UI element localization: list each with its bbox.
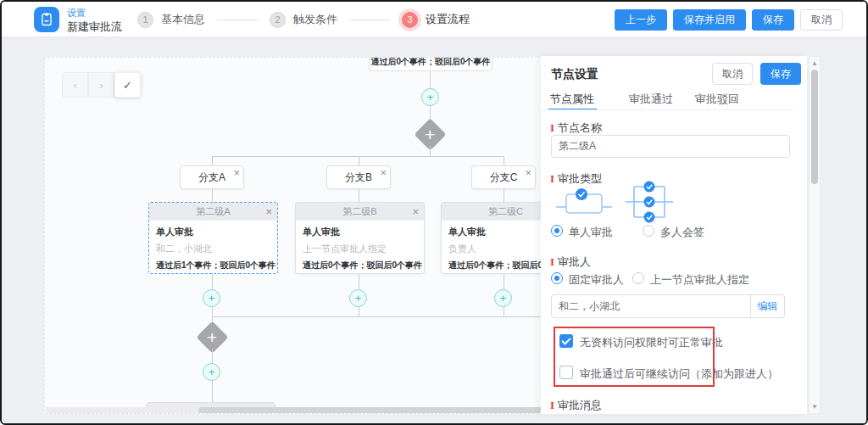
- step-number: 3: [402, 12, 418, 28]
- required-marker: I: [550, 399, 554, 411]
- node-name-label: I节点名称: [550, 120, 602, 136]
- flow-connector: [359, 157, 359, 165]
- flow-node-level2a[interactable]: 第二级A × 单人审批 和二，小湖北 通过后1个事件；驳回后0个事件: [148, 202, 278, 274]
- step-basic-info[interactable]: 1 基本信息: [137, 12, 205, 28]
- canvas-toolbar: ‹ › ✓: [62, 72, 141, 98]
- panel-tabs: 节点属性 审批通过 审批驳回: [541, 92, 793, 110]
- radio-label-previous-node-approver[interactable]: 上一节点审批人指定: [650, 272, 749, 288]
- flow-connector: [359, 189, 359, 202]
- step-connector: [349, 20, 390, 20]
- edit-approver-button[interactable]: 编辑: [751, 294, 785, 318]
- save-and-enable-button[interactable]: 保存并启用: [673, 9, 746, 31]
- radio-single-approval[interactable]: [551, 225, 563, 237]
- header: 设置 新建审批流 1 基本信息 2 触发条件 3 设置流程 上一步 保存并启用 …: [2, 2, 866, 37]
- node-approval-type: 单人审批: [303, 226, 417, 238]
- add-node-icon[interactable]: +: [203, 363, 220, 381]
- scroll-down-icon[interactable]: ▼: [810, 403, 820, 411]
- radio-label-single-approval[interactable]: 单人审批: [569, 225, 613, 240]
- add-node-icon[interactable]: +: [203, 289, 220, 307]
- branch-label: 分支B: [345, 171, 372, 185]
- add-node-icon[interactable]: +: [349, 289, 367, 307]
- close-icon[interactable]: ×: [525, 167, 531, 178]
- step-trigger-condition[interactable]: 2 触发条件: [270, 12, 337, 28]
- step-connector: [217, 20, 258, 20]
- close-icon[interactable]: ×: [380, 167, 387, 178]
- flow-connector: [212, 349, 213, 363]
- close-icon[interactable]: ×: [233, 167, 240, 178]
- save-button[interactable]: 保存: [752, 9, 794, 31]
- required-marker: I: [550, 121, 554, 134]
- flow-node-level1[interactable]: 通过后0个事件；驳回后0个事件: [369, 57, 492, 71]
- header-actions: 上一步 保存并启用 保存 取消: [615, 9, 843, 31]
- scroll-up-icon[interactable]: ▲: [810, 59, 820, 67]
- cancel-button[interactable]: 取消: [800, 9, 843, 31]
- node-header: 第二级A ×: [149, 203, 277, 221]
- flow-connector: [504, 189, 504, 202]
- validate-check-icon[interactable]: ✓: [114, 72, 141, 98]
- node-events: 通过后0个事件；驳回后0个事件: [303, 260, 417, 271]
- node-approver: 和二，小湖北: [156, 243, 270, 255]
- approver-input[interactable]: [551, 294, 751, 318]
- branch-node-a[interactable]: 分支A ×: [180, 165, 244, 189]
- tab-approval-reject[interactable]: 审批驳回: [695, 92, 739, 107]
- approver-label: I审批人: [550, 254, 591, 270]
- branch-split-line: [212, 156, 504, 157]
- checkbox-label-no-access-can-approve[interactable]: 无资料访问权限时可正常审批: [580, 335, 723, 350]
- checkbox-no-access-can-approve[interactable]: [559, 334, 573, 348]
- radio-label-fixed-approver[interactable]: 固定审批人: [569, 272, 624, 288]
- prev-step-button[interactable]: 上一步: [615, 9, 667, 31]
- panel-save-button[interactable]: 保存: [760, 63, 801, 85]
- radio-previous-node-approver[interactable]: [632, 272, 644, 284]
- branch-node-c[interactable]: 分支C ×: [471, 165, 536, 189]
- branch-node-b[interactable]: 分支B ×: [326, 165, 391, 189]
- radio-label-countersign[interactable]: 多人会签: [660, 225, 704, 240]
- checkbox-continue-access-after-approval[interactable]: [559, 366, 573, 379]
- checkbox-label-continue-access-after-approval[interactable]: 审批通过后可继续访问（添加为跟进人）: [580, 366, 778, 382]
- add-node-icon[interactable]: +: [494, 289, 512, 307]
- app-label: 设置: [67, 7, 86, 20]
- flow-node-level2b[interactable]: 第二级B × 单人审批 上一节点审批人指定 通过后0个事件；驳回后0个事件: [295, 202, 425, 274]
- flow-connector: [212, 307, 213, 316]
- panel-cancel-button[interactable]: 取消: [712, 63, 753, 85]
- tab-approval-pass[interactable]: 审批通过: [629, 92, 673, 107]
- node-events: 通过后0个事件；驳回后0个事件: [370, 57, 490, 68]
- radio-fixed-approver[interactable]: [551, 272, 563, 284]
- node-name-input[interactable]: [551, 135, 790, 158]
- flow-connector: [430, 146, 431, 156]
- tab-node-properties[interactable]: 节点属性: [550, 92, 594, 107]
- node-title: 第二级B: [342, 205, 376, 218]
- node-title: 第二级C: [488, 205, 523, 218]
- node-body: 单人审批 上一节点审批人指定 通过后0个事件；驳回后0个事件: [296, 221, 424, 271]
- single-approval-icon[interactable]: [554, 183, 614, 221]
- flow-connector: [504, 157, 504, 165]
- node-title: 第二级A: [196, 205, 230, 218]
- countersign-icon[interactable]: [626, 179, 673, 225]
- radio-countersign[interactable]: [643, 225, 654, 237]
- approval-message-label: I审批消息: [550, 398, 602, 413]
- close-icon[interactable]: ×: [412, 206, 419, 217]
- flow-connector: [504, 274, 504, 289]
- step-label: 基本信息: [161, 12, 205, 27]
- flow-connector: [430, 71, 431, 88]
- flow-connector: [359, 307, 359, 316]
- page-title: 新建审批流: [67, 20, 122, 35]
- redo-icon[interactable]: ›: [88, 72, 114, 98]
- close-icon[interactable]: ×: [265, 206, 272, 217]
- required-marker: I: [550, 255, 554, 268]
- node-events: 通过后1个事件；驳回后0个事件: [156, 260, 270, 271]
- flow-connector: [212, 189, 213, 202]
- step-setup-flow[interactable]: 3 设置流程: [402, 12, 470, 28]
- flow-connector: [359, 274, 359, 289]
- stepper: 1 基本信息 2 触发条件 3 设置流程: [137, 2, 470, 37]
- node-approver: 上一节点审批人指定: [303, 243, 417, 255]
- node-body: 单人审批 和二，小湖北 通过后1个事件；驳回后0个事件: [149, 221, 277, 271]
- branch-label: 分支C: [490, 171, 518, 185]
- flow-connector: [212, 157, 213, 165]
- vertical-scrollbar-thumb[interactable]: [811, 70, 818, 184]
- undo-icon[interactable]: ‹: [62, 72, 88, 98]
- branch-merge-line: [212, 316, 560, 317]
- panel-title: 节点设置: [551, 67, 598, 82]
- add-node-icon[interactable]: +: [421, 88, 439, 106]
- app-logo-icon: [34, 7, 59, 32]
- node-settings-panel: 节点设置 取消 保存 节点属性 审批通过 审批驳回 I节点名称 I审批类型: [541, 56, 807, 414]
